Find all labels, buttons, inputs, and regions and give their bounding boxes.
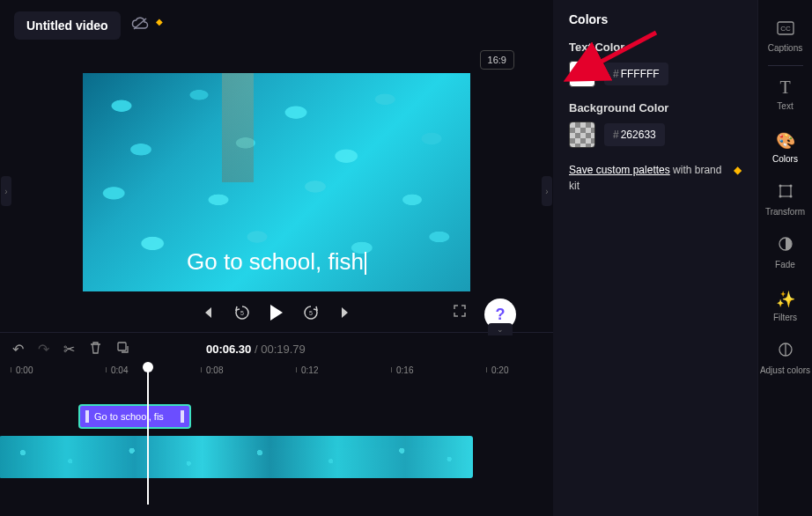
transform-icon [778,183,794,203]
bg-color-hex-input[interactable]: #262633 [604,123,665,146]
playhead[interactable] [147,365,149,505]
redo-button[interactable]: ↷ [38,341,49,358]
fade-icon [778,236,794,256]
rail-transform[interactable]: Transform [758,173,812,226]
text-cursor [365,252,366,275]
rail-colors[interactable]: 🎨 Colors [758,121,812,173]
text-clip[interactable]: Go to school, fis [78,404,191,429]
panel-heading: Colors [569,12,742,26]
captions-icon: CC [777,21,794,40]
annotation-arrow [581,28,661,76]
bg-color-swatch[interactable] [569,122,595,148]
collapse-preview-toggle[interactable]: ⌄ [488,323,513,335]
right-panel-toggle[interactable]: › [541,50,553,332]
forward-5-button[interactable]: 5 [302,304,320,321]
adjust-icon [778,342,794,362]
bg-color-label: Background Color [569,101,742,114]
cut-button[interactable]: ✂ [63,341,75,358]
ruler-tick: 0:08 [206,365,223,375]
left-panel-toggle[interactable]: › [0,50,12,332]
svg-rect-6 [780,186,791,196]
ruler-tick: 0:12 [301,365,318,375]
properties-panel: Colors Text Color #FFFFFF Background Col… [553,0,757,516]
svg-text:5: 5 [240,310,244,316]
project-title[interactable]: Untitled video [14,11,121,40]
playback-controls: 5 5 ? ⌄ [83,304,470,321]
caption-text: Go to school, fish [187,248,364,275]
save-palettes-link[interactable]: Save custom palettes [569,164,670,176]
caption-overlay[interactable]: Go to school, fish [83,248,470,276]
rail-fade[interactable]: Fade [758,226,812,279]
aspect-ratio-selector[interactable]: 16:9 [480,50,514,70]
svg-point-7 [779,185,781,188]
svg-point-10 [789,195,792,198]
preview-column: 16:9 Go to school, fish 5 5 ? ⌄ [12,50,541,332]
svg-text:5: 5 [309,310,313,316]
rewind-5-button[interactable]: 5 [233,304,251,321]
clip-left-handle[interactable] [85,410,89,423]
rail-captions[interactable]: CC Captions [758,11,812,63]
palette-icon: 🎨 [776,131,795,151]
prev-frame-button[interactable] [200,306,214,320]
undo-button[interactable]: ↶ [12,341,24,358]
svg-rect-3 [118,343,126,350]
video-preview[interactable]: Go to school, fish [83,73,470,291]
ruler-tick: 0:04 [111,365,128,375]
clip-right-handle[interactable] [181,410,184,423]
ruler-tick: 0:16 [396,365,413,375]
save-palettes-line: Save custom palettes with brand kit ◆ [569,162,742,194]
video-content-detail [222,73,254,182]
rail-text[interactable]: T Text [758,68,812,121]
timecode-display: 00:06.30 / 00:19.79 [206,343,306,356]
gem-icon: ◆ [734,162,742,194]
next-frame-button[interactable] [339,306,353,320]
bg-color-row: #262633 [569,122,742,148]
rail-filters[interactable]: ✨ Filters [758,279,812,332]
ruler-tick: 0:00 [16,365,33,375]
cloud-sync-icon[interactable] [131,17,149,34]
play-button[interactable] [270,305,283,321]
ruler-tick: 0:20 [491,365,508,375]
gem-icon: ◆ [156,17,163,26]
filters-icon: ✨ [776,290,795,309]
delete-button[interactable] [89,341,102,358]
svg-point-9 [779,195,781,198]
text-clip-label: Go to school, fis [94,411,164,422]
duplicate-button[interactable] [116,341,130,358]
rail-adjust-colors[interactable]: Adjust colors [758,332,812,385]
svg-text:CC: CC [780,25,791,33]
side-tool-rail: CC Captions T Text 🎨 Colors Transform Fa… [757,0,812,516]
video-clip[interactable] [0,436,473,478]
text-icon: T [779,77,790,98]
fullscreen-button[interactable] [453,304,467,321]
svg-point-8 [789,185,792,188]
